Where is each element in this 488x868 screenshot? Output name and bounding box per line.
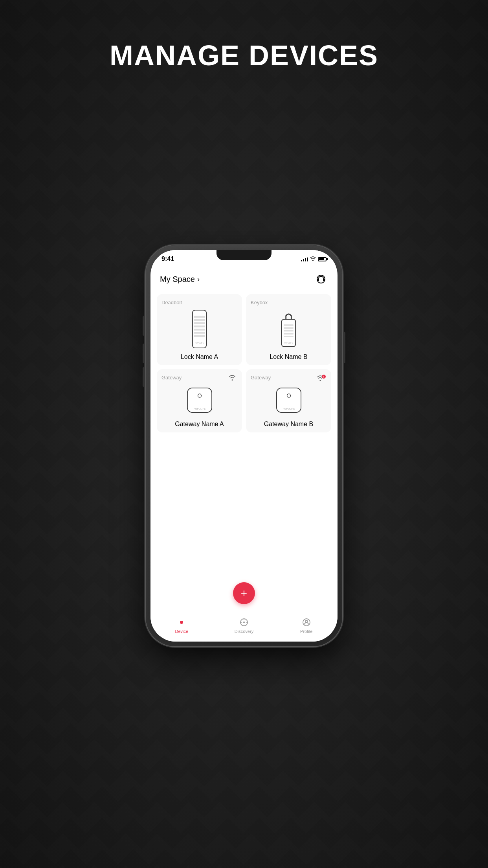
device-card-gateway-a[interactable]: Gateway POPULIFE [157,369,242,432]
status-time: 9:41 [161,256,174,263]
device-name-deadbolt-a: Lock Name A [181,353,218,360]
add-icon: + [241,588,247,599]
device-type-gateway-a: Gateway [161,375,182,381]
tab-device-label: Device [175,629,189,634]
svg-rect-2 [323,279,325,281]
gateway-b-wifi-error-icon: ! [316,375,326,384]
keybox-b-image: POPULIFE [251,308,327,350]
device-type-keybox-b: Keybox [251,300,268,305]
content-spacer [150,436,338,577]
signal-icon [301,257,308,261]
gateway-b-image: POPULIFE [251,383,327,417]
tab-discovery[interactable]: Discovery [213,617,275,634]
svg-text:POPULIFE: POPULIFE [283,407,295,410]
keybox-svg: POPULIFE [278,309,299,349]
svg-text:POPULIFE: POPULIFE [195,342,204,344]
device-card-keybox-b[interactable]: Keybox POPULIFE [246,294,331,365]
status-bar: 9:41 [150,250,338,266]
svg-rect-1 [317,279,319,281]
svg-rect-7 [194,326,205,327]
tab-bar: Device Discovery [150,613,338,642]
notch [216,250,272,260]
headphones-icon [316,274,327,285]
svg-rect-17 [284,336,294,337]
tab-discovery-label: Discovery [235,629,253,634]
svg-rect-9 [194,332,205,334]
device-type-deadbolt-a: Deadbolt [161,300,182,305]
svg-rect-13 [284,324,294,326]
phone-frame: 9:41 [146,245,342,646]
svg-rect-15 [284,330,294,332]
device-card-deadbolt-a[interactable]: Deadbolt POPULIFE [157,294,242,365]
battery-icon [318,257,327,261]
device-name-gateway-a: Gateway Name A [175,421,224,428]
gateway-a-wifi-icon [228,375,237,383]
svg-point-34 [305,620,308,623]
svg-rect-5 [194,319,205,321]
svg-text:POPULIFE: POPULIFE [284,342,293,344]
gateway-b-svg: POPULIFE [273,384,305,416]
svg-rect-4 [194,316,205,318]
add-device-button[interactable]: + [233,582,255,604]
device-type-gateway-b: Gateway [251,375,271,381]
tab-device[interactable]: Device [150,617,213,634]
chevron-right-icon: › [197,275,200,283]
device-name-gateway-b: Gateway Name B [264,421,313,428]
gateway-a-image: POPULIFE [161,383,237,417]
tab-device-icon [176,617,187,627]
app-content: My Space › Deadbolt [150,266,338,613]
gateway-a-svg: POPULIFE [184,384,215,416]
device-grid: Deadbolt POPULIFE [150,291,338,436]
page-title: MANAGE DEVICES [110,39,378,72]
svg-text:!: ! [323,376,324,379]
status-icons [301,256,327,262]
device-name-keybox-b: Lock Name B [270,353,307,360]
svg-rect-10 [194,335,205,337]
svg-rect-14 [284,327,294,329]
svg-point-28 [243,622,245,623]
deadbolt-a-image: POPULIFE [161,308,237,350]
tab-discovery-icon [239,617,249,627]
app-header: My Space › [150,266,338,291]
tab-profile[interactable]: Profile [275,617,338,634]
fab-container: + [150,577,338,609]
device-card-gateway-b[interactable]: Gateway ! [246,369,331,432]
tab-profile-label: Profile [300,629,312,634]
deadbolt-svg: POPULIFE [189,309,210,349]
tab-profile-icon [301,617,312,627]
wifi-icon [310,256,316,262]
phone-screen: 9:41 [150,250,338,642]
svg-rect-8 [194,329,205,331]
svg-rect-16 [284,333,294,335]
svg-rect-6 [194,322,205,324]
space-name: My Space [160,275,195,284]
space-navigation[interactable]: My Space › [160,275,200,284]
support-button[interactable] [314,272,328,286]
svg-text:POPULIFE: POPULIFE [193,407,205,410]
